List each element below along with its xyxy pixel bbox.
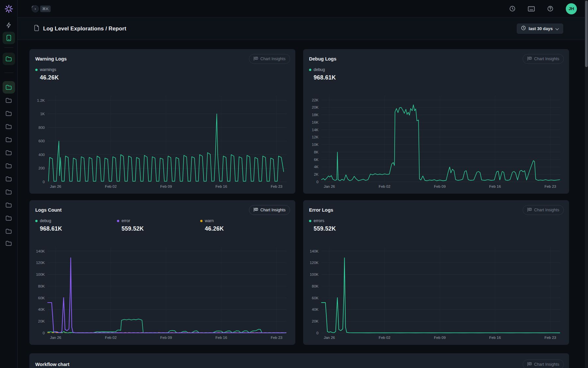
sidebar-item-folder-pinned[interactable]: [3, 53, 15, 65]
folder-icon: [6, 163, 12, 168]
svg-text:6K: 6K: [314, 158, 318, 162]
warning-logs-chart[interactable]: 02004006008001K1.2KJan 26Feb 02Feb 09Feb…: [33, 93, 290, 190]
time-range-value: last 30 days: [529, 26, 553, 31]
dashboard-content: Warning Logs Chart Insights warnings 46.…: [18, 40, 585, 368]
svg-text:Feb 23: Feb 23: [545, 184, 556, 188]
sidebar-item-folder[interactable]: [3, 173, 15, 185]
svg-text:20K: 20K: [38, 319, 45, 323]
svg-text:140K: 140K: [310, 249, 318, 253]
logs-count-chart[interactable]: 020K40K60K80K100K120K140KJan 26Feb 02Feb…: [33, 244, 290, 341]
card-logs-count: Logs Count Chart Insights debug 968.61K: [29, 200, 295, 345]
document-icon: [34, 25, 39, 32]
sidebar-item-folder[interactable]: [3, 212, 15, 224]
card-title: Debug Logs: [309, 56, 336, 61]
sidebar-item-folder[interactable]: [3, 147, 15, 159]
svg-text:Feb 23: Feb 23: [271, 184, 283, 188]
sidebar-item-folder[interactable]: [3, 133, 15, 146]
chart-insights-button[interactable]: Chart Insights: [249, 205, 290, 215]
svg-text:400: 400: [39, 153, 45, 157]
svg-text:Feb 16: Feb 16: [489, 336, 501, 340]
card-debug-logs: Debug Logs Chart Insights debug 968.61K: [303, 49, 569, 194]
chart-insights-button[interactable]: Chart Insights: [249, 54, 290, 64]
legend-debug: debug 968.61K: [309, 67, 391, 81]
insights-icon: [527, 56, 532, 62]
folder-icon: [6, 85, 12, 90]
card-title: Warning Logs: [35, 56, 67, 61]
sidebar-item-folder[interactable]: [3, 237, 15, 250]
app-logo-icon[interactable]: [5, 5, 13, 13]
time-range-dropdown[interactable]: last 30 days: [517, 24, 563, 34]
folder-icon: [6, 176, 12, 182]
insights-icon: [253, 207, 258, 213]
sidebar-item-getting-started[interactable]: [3, 19, 15, 31]
svg-text:Jan 26: Jan 26: [324, 184, 335, 188]
avatar[interactable]: JH: [566, 3, 577, 14]
card-error-logs: Error Logs Chart Insights errors 559.52K: [303, 200, 569, 345]
sidebar-item-dashboards-active[interactable]: [3, 32, 15, 44]
svg-text:100K: 100K: [36, 272, 45, 276]
chart-insights-button[interactable]: Chart Insights: [523, 205, 564, 215]
chart-insights-button[interactable]: Chart Insights: [523, 359, 564, 368]
svg-text:20K: 20K: [312, 319, 319, 323]
svg-text:20K: 20K: [312, 105, 319, 109]
sidebar-item-folder[interactable]: [3, 160, 15, 172]
svg-text:800: 800: [39, 126, 45, 130]
svg-text:Feb 09: Feb 09: [160, 336, 172, 340]
svg-text:80K: 80K: [312, 284, 319, 288]
svg-text:16K: 16K: [312, 120, 319, 124]
folder-icon: [6, 56, 12, 61]
svg-text:0: 0: [43, 180, 45, 184]
svg-text:1K: 1K: [40, 112, 45, 116]
history-clock-icon[interactable]: [509, 6, 515, 12]
svg-text:80K: 80K: [38, 284, 45, 288]
sidebar-item-folder[interactable]: [3, 94, 15, 107]
card-title: Workflow chart: [35, 362, 69, 367]
chart-insights-button[interactable]: Chart Insights: [523, 54, 564, 64]
sidebar-item-folder[interactable]: [3, 107, 15, 120]
svg-text:0: 0: [317, 180, 318, 184]
sidebar-expand-button[interactable]: ›: [32, 5, 39, 12]
svg-text:Feb 23: Feb 23: [545, 336, 556, 340]
error-logs-chart[interactable]: 020K40K60K80K100K120K140KJan 26Feb 02Feb…: [307, 244, 564, 341]
debug-logs-chart[interactable]: 02K4K6K8K10K12K14K16K18K20K22KJan 26Feb …: [307, 93, 564, 190]
insights-icon: [253, 56, 258, 62]
legend-warn: warn 46.26K: [200, 219, 290, 232]
sidebar-item-folder[interactable]: [3, 225, 15, 237]
keyboard-shortcuts-icon[interactable]: [528, 6, 535, 11]
svg-text:Feb 09: Feb 09: [434, 336, 446, 340]
svg-text:1.2K: 1.2K: [37, 98, 45, 102]
svg-text:Feb 02: Feb 02: [379, 184, 390, 188]
svg-text:Jan 26: Jan 26: [50, 336, 61, 340]
folder-icon: [6, 137, 12, 142]
sidebar-item-folder[interactable]: [3, 199, 15, 211]
svg-text:120K: 120K: [36, 261, 45, 265]
sidebar-item-folder[interactable]: [3, 186, 15, 198]
svg-text:8K: 8K: [314, 150, 318, 154]
help-icon[interactable]: [547, 6, 553, 12]
sidebar-item-folder-selected[interactable]: [3, 81, 15, 94]
svg-text:40K: 40K: [38, 307, 45, 311]
sidebar-item-folder[interactable]: [3, 120, 15, 133]
folder-icon: [6, 98, 12, 103]
scrollbar-thumb[interactable]: [585, 1, 588, 67]
sidebar-divider: [4, 73, 13, 73]
svg-text:Feb 16: Feb 16: [489, 184, 501, 188]
svg-text:12K: 12K: [312, 135, 319, 139]
folder-icon: [6, 124, 12, 129]
svg-text:Feb 02: Feb 02: [105, 184, 117, 188]
svg-text:14K: 14K: [312, 128, 319, 132]
lightning-icon: [6, 22, 12, 28]
folder-icon: [6, 229, 12, 234]
card-warning-logs: Warning Logs Chart Insights warnings 46.…: [29, 49, 295, 194]
device-icon: [6, 35, 12, 41]
svg-text:4K: 4K: [314, 165, 318, 169]
svg-text:10K: 10K: [312, 143, 319, 147]
clock-icon: [521, 26, 526, 32]
folder-icon: [6, 111, 12, 116]
sidebar: [0, 0, 18, 368]
svg-text:2K: 2K: [314, 172, 318, 176]
svg-text:Feb 16: Feb 16: [216, 336, 227, 340]
card-title: Logs Count: [35, 207, 62, 213]
svg-text:Feb 09: Feb 09: [434, 184, 446, 188]
svg-text:Jan 26: Jan 26: [324, 336, 335, 340]
